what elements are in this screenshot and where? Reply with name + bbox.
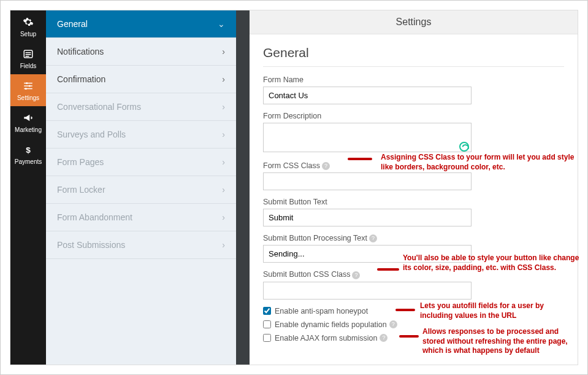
checkbox-dynamic[interactable] — [263, 320, 271, 328]
sidebar-item-payments[interactable]: $ Payments — [10, 138, 46, 170]
checkbox-ajax-row: Enable AJAX form submission ? — [263, 334, 564, 342]
gear-icon — [23, 17, 34, 28]
menu-conversational-forms[interactable]: Conversational Forms› — [46, 93, 236, 121]
chevron-right-icon: › — [222, 130, 225, 139]
field-submit-processing-text: Submit Button Processing Text? — [263, 234, 472, 263]
submit-css-class-label: Submit Button CSS Class? — [263, 270, 472, 279]
bullhorn-icon — [23, 112, 34, 123]
chevron-down-icon: ⌄ — [218, 19, 225, 29]
form-name-label: Form Name — [263, 75, 472, 84]
field-form-css-class: Form CSS Class? — [263, 161, 472, 190]
submit-text-input[interactable] — [263, 209, 472, 226]
sidebar-item-setup[interactable]: Setup — [10, 10, 46, 42]
checkbox-ajax[interactable] — [263, 334, 271, 342]
list-icon — [23, 48, 34, 60]
icon-sidebar: Setup Fields Settings Marketing $ Paymen… — [10, 10, 46, 365]
chevron-right-icon: › — [222, 157, 225, 167]
menu-general[interactable]: General⌄ — [46, 10, 236, 38]
checkbox-honeypot-label: Enable anti-spam honeypot — [275, 307, 368, 315]
chevron-right-icon: › — [222, 240, 225, 250]
form-name-input[interactable] — [263, 87, 472, 104]
settings-menu: General⌄ Notifications› Confirmation› Co… — [46, 10, 236, 365]
submit-processing-label: Submit Button Processing Text? — [263, 234, 472, 242]
section-heading: General — [263, 45, 564, 67]
menu-confirmation[interactable]: Confirmation› — [46, 66, 236, 93]
svg-point-5 — [26, 82, 28, 84]
field-form-description: Form Description — [263, 112, 472, 154]
panel-divider — [236, 10, 250, 365]
main-panel: Settings General Form Name Form Descript… — [250, 10, 578, 365]
help-icon[interactable]: ? — [380, 334, 388, 342]
menu-notifications[interactable]: Notifications› — [46, 38, 236, 66]
field-submit-text: Submit Button Text — [263, 198, 472, 226]
chevron-right-icon: › — [222, 212, 225, 222]
field-form-name: Form Name — [263, 75, 472, 104]
sidebar-item-marketing[interactable]: Marketing — [10, 106, 46, 138]
form-css-class-input[interactable] — [263, 172, 472, 190]
form-description-input[interactable] — [263, 123, 472, 152]
submit-css-class-input[interactable] — [263, 282, 472, 300]
help-icon[interactable]: ? — [322, 162, 330, 170]
menu-form-locker[interactable]: Form Locker› — [46, 176, 236, 204]
grammarly-icon — [459, 142, 469, 152]
sliders-icon — [23, 80, 34, 91]
svg-text:$: $ — [26, 145, 31, 155]
sidebar-item-fields[interactable]: Fields — [10, 42, 46, 74]
menu-surveys[interactable]: Surveys and Polls› — [46, 121, 236, 149]
help-icon[interactable]: ? — [352, 271, 360, 279]
checkbox-ajax-label: Enable AJAX form submission — [275, 334, 377, 342]
checkbox-dynamic-label: Enable dynamic fields population — [275, 320, 387, 329]
svg-point-9 — [25, 88, 27, 90]
chevron-right-icon: › — [222, 185, 225, 195]
form-description-label: Form Description — [263, 112, 472, 120]
sidebar-item-settings[interactable]: Settings — [10, 74, 46, 106]
submit-text-label: Submit Button Text — [263, 198, 472, 206]
page-title: Settings — [250, 10, 578, 34]
chevron-right-icon: › — [222, 74, 225, 84]
menu-form-pages[interactable]: Form Pages› — [46, 149, 236, 176]
submit-processing-input[interactable] — [263, 245, 472, 263]
chevron-right-icon: › — [222, 47, 225, 56]
dollar-icon: $ — [23, 144, 34, 155]
field-submit-css-class: Submit Button CSS Class? — [263, 270, 472, 299]
chevron-right-icon: › — [222, 102, 225, 112]
svg-point-7 — [29, 85, 31, 87]
form-css-class-label: Form CSS Class? — [263, 161, 472, 170]
menu-form-abandonment[interactable]: Form Abandonment› — [46, 204, 236, 231]
checkbox-honeypot[interactable] — [263, 307, 271, 315]
checkbox-honeypot-row: Enable anti-spam honeypot — [263, 307, 564, 315]
help-icon[interactable]: ? — [389, 320, 397, 328]
help-icon[interactable]: ? — [369, 234, 377, 242]
checkbox-dynamic-row: Enable dynamic fields population ? — [263, 320, 564, 329]
menu-post-submissions[interactable]: Post Submissions› — [46, 231, 236, 259]
